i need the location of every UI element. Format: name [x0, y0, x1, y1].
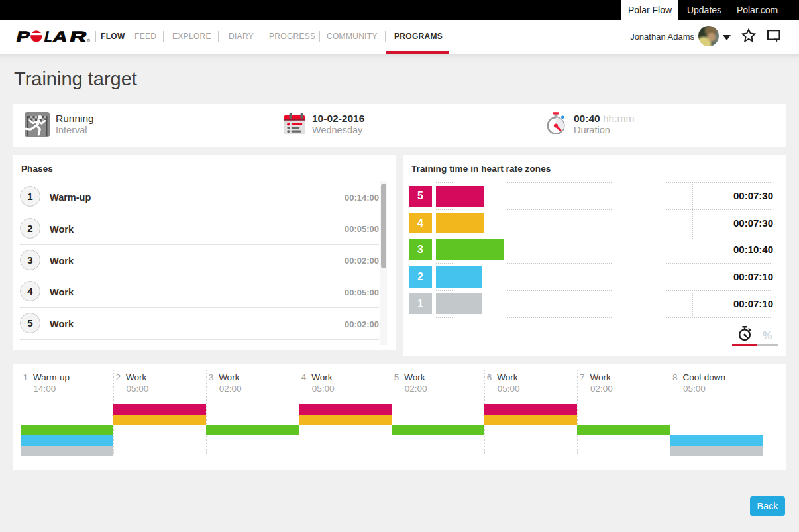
svg-text:A: A	[52, 29, 70, 45]
svg-text:R: R	[68, 29, 89, 45]
svg-text:P: P	[15, 29, 31, 45]
